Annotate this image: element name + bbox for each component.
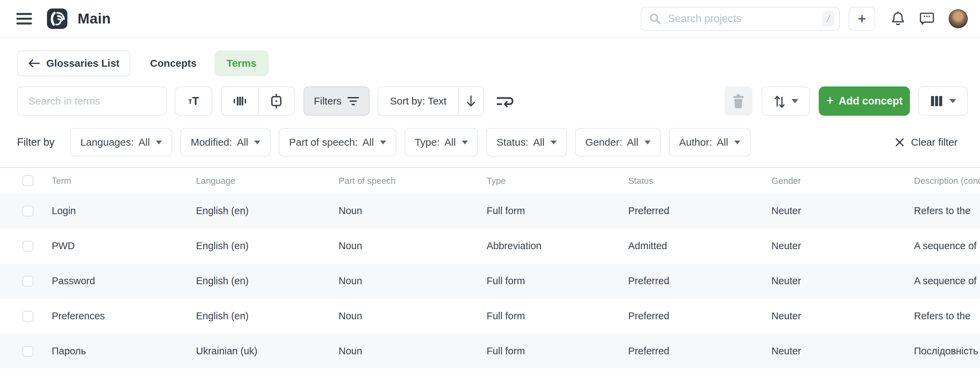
add-concept-button[interactable]: + Add concept <box>819 86 910 116</box>
column-header-gender: Gender <box>772 175 914 186</box>
terms-search-input[interactable] <box>28 95 159 107</box>
clear-filter-button[interactable]: Clear filter <box>894 137 958 148</box>
wrap-lines-button[interactable] <box>495 94 516 108</box>
gender-cell: Neuter <box>772 346 914 357</box>
filter-name: Gender: <box>585 137 622 148</box>
row-checkbox[interactable] <box>22 241 33 252</box>
crowdin-logo-icon[interactable] <box>47 8 67 29</box>
trash-icon <box>732 94 745 108</box>
term-cell: Preferences <box>52 310 196 322</box>
filter-author[interactable]: Author: All <box>669 128 751 156</box>
description-cell: Refers to the <box>914 310 980 322</box>
filter-type[interactable]: Type: All <box>404 128 479 156</box>
table-row[interactable]: Password English (en) Noun Full form Pre… <box>0 263 980 298</box>
sort-control: Sort by: Text <box>378 86 484 116</box>
term-cell: Password <box>52 275 196 287</box>
row-checkbox[interactable] <box>22 311 33 322</box>
search-icon <box>649 13 661 25</box>
arrow-down-icon <box>465 95 477 108</box>
sort-direction-button[interactable] <box>458 87 483 115</box>
row-checkbox[interactable] <box>22 276 33 287</box>
wrap-lines-icon <box>495 94 516 108</box>
user-avatar[interactable] <box>949 9 968 28</box>
columns-icon <box>930 95 943 107</box>
notifications-bell-icon[interactable] <box>891 11 905 26</box>
description-cell: A sequence of <box>914 240 980 252</box>
filters-button[interactable]: Filters <box>304 86 369 116</box>
reorder-dropdown-button[interactable] <box>762 86 810 116</box>
filter-value: All <box>627 137 638 148</box>
column-header-term: Term <box>52 175 196 186</box>
description-cell: Refers to the <box>914 205 980 217</box>
gender-cell: Neuter <box>772 205 914 217</box>
terms-search-box[interactable] <box>17 86 167 116</box>
filter-part-of-speech[interactable]: Part of speech: All <box>279 128 396 156</box>
language-cell: Ukrainian (uk) <box>196 346 339 357</box>
table-row[interactable]: Preferences English (en) Noun Full form … <box>0 298 980 333</box>
language-cell: English (en) <box>196 240 339 252</box>
chevron-down-icon <box>462 140 468 144</box>
description-cell: A sequence of <box>914 275 980 287</box>
close-icon <box>894 137 905 147</box>
exact-match-button[interactable] <box>258 87 294 115</box>
type-cell: Full form <box>487 346 628 357</box>
status-cell: Preferred <box>628 275 772 287</box>
back-to-glossaries-button[interactable]: Glossaries List <box>17 50 130 76</box>
chevron-down-icon <box>156 140 162 144</box>
filter-value: All <box>533 137 544 148</box>
filter-by-label: Filter by <box>17 136 54 148</box>
back-button-label: Glossaries List <box>46 57 119 69</box>
match-whole-phrase-button[interactable] <box>222 87 258 115</box>
filter-languages[interactable]: Languages: All <box>70 128 172 156</box>
top-header: Main / + <box>0 0 980 38</box>
select-all-checkbox[interactable] <box>22 175 33 186</box>
hamburger-menu-icon[interactable] <box>16 13 32 24</box>
table-header-row: Term Language Part of speech Type Status… <box>0 168 980 193</box>
part-of-speech-cell: Noun <box>339 205 487 217</box>
whole-phrase-icon <box>232 94 247 108</box>
table-row[interactable]: Login English (en) Noun Full form Prefer… <box>0 193 980 228</box>
term-cell: PWD <box>52 240 196 252</box>
table-row[interactable]: PWD English (en) Noun Abbreviation Admit… <box>0 228 980 263</box>
back-arrow-icon <box>28 58 40 69</box>
filters-button-label: Filters <box>314 95 342 107</box>
messages-chat-icon[interactable] <box>920 11 934 26</box>
filter-status[interactable]: Status: All <box>486 128 567 156</box>
type-cell: Full form <box>487 205 628 217</box>
filter-name: Author: <box>679 137 712 148</box>
row-checkbox[interactable] <box>22 346 33 357</box>
filter-gender[interactable]: Gender: All <box>575 128 661 156</box>
sort-by-button[interactable]: Sort by: Text <box>379 87 458 115</box>
tab-terms[interactable]: Terms <box>215 50 269 76</box>
filter-name: Languages: <box>80 137 134 148</box>
delete-button[interactable] <box>724 86 752 116</box>
status-cell: Preferred <box>628 346 772 357</box>
column-header-status: Status <box>628 175 772 186</box>
table-row[interactable]: Пароль Ukrainian (uk) Noun Full form Pre… <box>0 333 980 368</box>
filter-value: All <box>717 137 728 148</box>
columns-dropdown-button[interactable] <box>918 86 968 116</box>
search-mode-group <box>221 86 295 116</box>
projects-search-input[interactable] <box>667 12 822 25</box>
projects-search-box[interactable]: / <box>641 7 840 30</box>
filter-modified[interactable]: Modified: All <box>180 128 270 156</box>
type-cell: Abbreviation <box>487 240 628 252</box>
match-case-button[interactable]: тT <box>175 86 212 116</box>
create-project-button[interactable]: + <box>849 7 875 30</box>
filter-name: Modified: <box>191 137 232 148</box>
part-of-speech-cell: Noun <box>339 240 487 252</box>
part-of-speech-cell: Noun <box>339 310 487 322</box>
column-header-language: Language <box>196 175 339 186</box>
status-cell: Preferred <box>628 205 772 217</box>
language-cell: English (en) <box>196 310 339 322</box>
type-cell: Full form <box>487 310 628 322</box>
filter-name: Type: <box>415 137 440 148</box>
part-of-speech-cell: Noun <box>339 346 487 357</box>
tab-concepts[interactable]: Concepts <box>150 57 197 69</box>
chevron-down-icon <box>380 140 386 144</box>
chevron-down-icon <box>254 140 260 144</box>
filter-value: All <box>444 137 456 148</box>
chevron-down-icon <box>791 99 798 103</box>
row-checkbox[interactable] <box>22 206 33 217</box>
match-case-icon: т <box>188 96 192 106</box>
